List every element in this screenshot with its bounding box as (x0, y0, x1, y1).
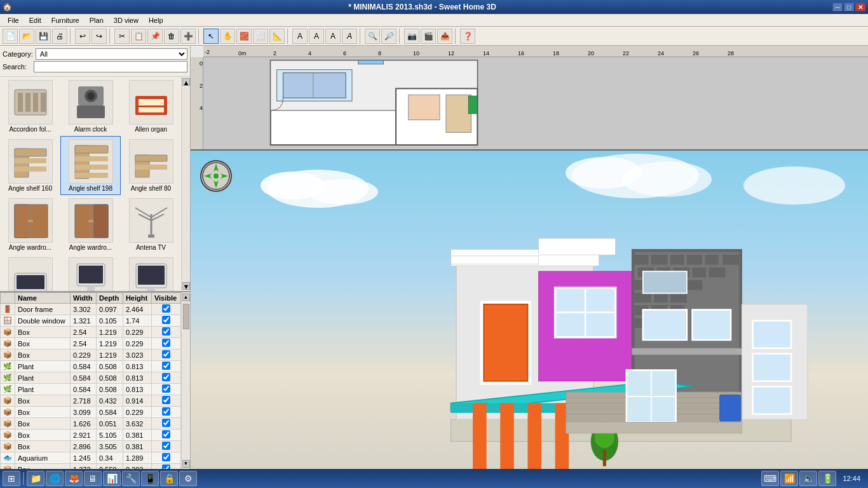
menu-furniture[interactable]: Furniture (46, 15, 85, 25)
menu-plan[interactable]: Plan (85, 15, 109, 25)
taskbar-sound[interactable]: 🔈 (799, 471, 817, 486)
furniture-antena[interactable]: Antena TV (121, 195, 181, 254)
row-visible[interactable] (151, 315, 180, 327)
row-visible[interactable] (151, 384, 180, 395)
furniture-imac20[interactable]: Apple iMac 20... (121, 254, 181, 291)
visibility-checkbox[interactable] (162, 384, 170, 393)
table-row[interactable]: 🌿 Plant 0.584 0.508 0.813 (1, 361, 181, 372)
print-button[interactable]: 🖨 (52, 29, 67, 44)
table-row[interactable]: 📦 Box 2.718 0.432 0.914 (1, 395, 181, 407)
taskbar-app8[interactable]: 🔒 (160, 471, 178, 486)
navigation-compass[interactable] (200, 160, 232, 192)
select-tool[interactable]: ↖ (203, 29, 219, 44)
prop-scrollbar-thumb[interactable] (183, 304, 189, 329)
table-row[interactable]: 🪟 Double window 1.321 0.105 1.74 (1, 315, 181, 327)
table-row[interactable]: 📦 Box 1.372 0.559 0.203 (1, 464, 181, 470)
visibility-checkbox[interactable] (162, 373, 170, 381)
undo-button[interactable]: ↩ (75, 29, 90, 44)
dimension-tool[interactable]: 📐 (269, 29, 285, 44)
start-button[interactable]: ⊞ (3, 471, 20, 486)
menu-edit[interactable]: Edit (24, 15, 46, 25)
furniture-alarm-clock[interactable]: Alarm clock (60, 77, 121, 136)
row-visible[interactable] (151, 430, 180, 441)
table-row[interactable]: 🌿 Plant 0.584 0.508 0.813 (1, 372, 181, 384)
zoom-in-button[interactable]: 🔍 (365, 29, 380, 44)
row-visible[interactable] (151, 361, 180, 372)
pan-tool[interactable]: ✋ (220, 29, 235, 44)
copy-button[interactable]: 📋 (131, 29, 146, 44)
furniture-angle198[interactable]: Angle shelf 198 (60, 136, 121, 195)
table-row[interactable]: 📦 Box 2.54 1.219 0.229 (1, 338, 181, 349)
menu-help[interactable]: Help (144, 15, 168, 25)
prop-scroll-down[interactable]: ▼ (182, 460, 190, 468)
category-select[interactable]: All (36, 48, 187, 60)
paste-button[interactable]: 📌 (147, 29, 163, 44)
table-row[interactable]: 📦 Box 2.896 3.505 0.381 (1, 441, 181, 452)
menu-3d_view[interactable]: 3D view (109, 15, 144, 25)
visibility-checkbox[interactable] (162, 419, 170, 427)
row-visible[interactable] (151, 407, 180, 418)
text-a2[interactable]: A (309, 29, 324, 44)
taskbar-browser[interactable]: 🌐 (46, 471, 64, 486)
table-row[interactable]: 🌿 Plant 0.584 0.508 0.813 (1, 384, 181, 395)
visibility-checkbox[interactable] (162, 316, 170, 324)
cut-button[interactable]: ✂ (114, 29, 130, 44)
taskbar-monitor[interactable]: 🖥 (84, 471, 102, 486)
table-row[interactable]: 📦 Box 0.229 1.219 3.023 (1, 349, 181, 361)
zoom-out-button[interactable]: 🔎 (381, 29, 397, 44)
visibility-checkbox[interactable] (162, 339, 170, 347)
3d-view-panel[interactable] (191, 151, 868, 469)
visibility-checkbox[interactable] (162, 396, 170, 404)
export-button[interactable]: 📤 (437, 29, 452, 44)
visibility-checkbox[interactable] (162, 407, 170, 416)
wall-tool[interactable]: 🧱 (236, 29, 252, 44)
table-row[interactable]: 📦 Box 2.54 1.219 0.229 (1, 327, 181, 338)
table-row[interactable]: 🚪 Door frame 3.302 0.097 2.464 (1, 304, 181, 315)
furniture-angle80[interactable]: Angle shelf 80 (121, 136, 181, 195)
taskbar-app9[interactable]: ⚙ (179, 471, 197, 486)
taskbar-battery[interactable]: 🔋 (818, 471, 836, 486)
open-button[interactable]: 📂 (19, 29, 34, 44)
taskbar-app5[interactable]: 📊 (103, 471, 121, 486)
visibility-checkbox[interactable] (162, 304, 170, 313)
help-button[interactable]: ❓ (460, 29, 475, 44)
menu-file[interactable]: File (3, 15, 24, 25)
visibility-checkbox[interactable] (162, 362, 170, 370)
row-visible[interactable] (151, 418, 180, 430)
taskbar-keyboard[interactable]: ⌨ (761, 471, 779, 486)
furniture-ibook[interactable]: Apple iBook (0, 254, 60, 291)
photo-button[interactable]: 📷 (404, 29, 419, 44)
taskbar-network[interactable]: 📶 (780, 471, 798, 486)
row-visible[interactable] (151, 304, 180, 315)
visibility-checkbox[interactable] (162, 464, 170, 469)
row-visible[interactable] (151, 349, 180, 361)
add-button[interactable]: ➕ (180, 29, 196, 44)
visibility-checkbox[interactable] (162, 350, 170, 358)
save-button[interactable]: 💾 (36, 29, 51, 44)
table-row[interactable]: 🐟 Aquarium 1.245 0.34 1.289 (1, 452, 181, 464)
visibility-checkbox[interactable] (162, 453, 170, 461)
furniture-angleward2[interactable]: Angle wardro... (60, 195, 121, 254)
row-visible[interactable] (151, 395, 180, 407)
row-visible[interactable] (151, 441, 180, 452)
visibility-checkbox[interactable] (162, 430, 170, 438)
furniture-angle160[interactable]: Angle shelf 160 (0, 136, 60, 195)
taskbar-firefox[interactable]: 🦊 (65, 471, 83, 486)
maximize-button[interactable]: □ (844, 3, 854, 11)
visibility-checkbox[interactable] (162, 442, 170, 450)
new-button[interactable]: 📄 (3, 29, 18, 44)
taskbar-app7[interactable]: 📱 (141, 471, 159, 486)
taskbar-app6[interactable]: 🔧 (122, 471, 140, 486)
table-row[interactable]: 📦 Box 1.626 0.051 3.632 (1, 418, 181, 430)
furniture-angleward1[interactable]: Angle wardro... (0, 195, 60, 254)
text-a3[interactable]: A (325, 29, 341, 44)
furniture-imac19[interactable]: Apple iMac 19... (60, 254, 121, 291)
table-row[interactable]: 📦 Box 3.099 0.584 0.229 (1, 407, 181, 418)
delete-button[interactable]: 🗑 (164, 29, 179, 44)
room-tool[interactable]: ⬜ (253, 29, 268, 44)
scroll-up-btn[interactable]: ▲ (182, 78, 190, 86)
row-visible[interactable] (151, 372, 180, 384)
row-visible[interactable] (151, 452, 180, 464)
search-input[interactable] (34, 61, 187, 72)
visibility-checkbox[interactable] (162, 327, 170, 336)
